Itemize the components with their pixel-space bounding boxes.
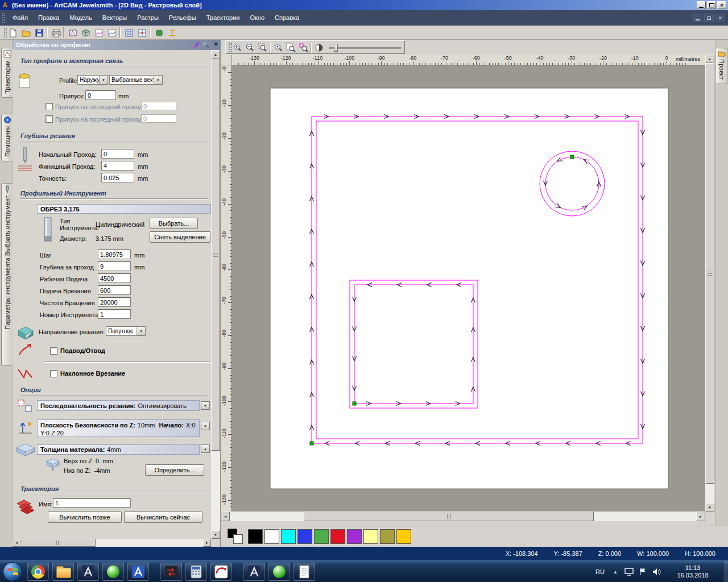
calculate-later-button[interactable]: Вычислить позже [48,512,122,523]
tool-number-input[interactable] [98,309,131,319]
snap-grid-icon[interactable] [136,27,148,39]
profile-side-dropdown[interactable]: Наружу▼ [77,75,108,85]
menu-item-4[interactable]: Растры [132,10,164,26]
tab-tool-parameters[interactable]: Параметры инструмента Выбрать инструмент [1,183,13,366]
assistant-feather-icon[interactable] [192,41,200,50]
start-button[interactable] [3,562,22,581]
language-indicator[interactable]: RU [592,561,609,582]
tab-assistant[interactable]: Помощник [1,114,13,161]
select-tool-button[interactable]: Выбрать... [150,218,198,229]
chrome-taskbar-icon[interactable] [27,563,49,581]
view-hscroll-thumb[interactable] [304,512,594,521]
primary-secondary-colors[interactable] [228,529,245,544]
explorer-taskbar-icon[interactable] [52,563,74,581]
zoom-100-icon[interactable] [272,42,284,53]
view-vscroll-thumb[interactable] [705,63,714,484]
palette-swatch-0[interactable] [248,529,263,544]
model-canvas[interactable] [232,65,705,512]
scroll-up-icon[interactable]: ▲ [705,55,714,63]
tab-project[interactable]: Проект [716,48,727,84]
vector-selection-dropdown[interactable]: Выбранные вектора▼ [109,75,163,85]
deselect-tool-button[interactable]: Снять выделение [150,231,210,243]
zoom-fit-icon[interactable] [285,42,296,53]
solidworks-taskbar-icon[interactable] [210,563,232,581]
palette-swatch-4[interactable] [314,529,329,544]
menu-item-5[interactable]: Рельефы [164,10,201,26]
calculator-taskbar-icon[interactable] [185,563,207,581]
zoom-window-icon[interactable] [257,42,268,53]
finish-depth-input[interactable] [101,161,134,171]
step-input[interactable] [98,250,131,259]
taskbar-clock[interactable]: 11:13 16.03.2018 [667,561,719,582]
feed-rate-input[interactable] [98,273,131,283]
hidden-icons-chevron[interactable]: ▲ [611,561,620,582]
view-2d-icon[interactable] [67,27,79,39]
allowance-input[interactable] [85,90,116,100]
menu-item-1[interactable]: Правка [33,10,64,26]
show-desktop-button[interactable] [723,561,728,582]
safe-z-expand-button[interactable]: ▼ [201,422,210,430]
tolerance-input[interactable] [101,173,134,182]
calculate-now-button[interactable]: Вычислить сейчас [124,512,202,523]
panel-hscroll-thumb[interactable] [20,539,96,547]
palette-swatch-8[interactable] [380,529,395,544]
scroll-down-icon[interactable]: ▼ [211,530,220,539]
vector-layer-icon[interactable] [106,27,118,39]
palette-swatch-2[interactable] [281,529,296,544]
open-model-icon[interactable] [20,27,32,39]
mdi-restore-button[interactable] [704,14,714,22]
menu-item-8[interactable]: Справка [270,10,304,26]
ramp-checkbox[interactable] [50,370,57,377]
palette-swatch-7[interactable] [363,529,378,544]
spectrum-chip-icon[interactable] [153,27,166,39]
palette-swatch-6[interactable] [347,529,362,544]
palette-swatch-5[interactable] [330,529,345,544]
artcam-taskbar-icon[interactable] [243,563,265,581]
define-material-button[interactable]: Определить... [145,464,204,476]
start-point-marker[interactable] [570,155,574,159]
toolpath-name-input[interactable] [53,498,131,508]
view-3d-icon[interactable] [80,27,92,39]
start-depth-input[interactable] [101,149,134,159]
sphere-taskbar-icon[interactable] [268,563,290,581]
maximize-button[interactable] [707,1,716,9]
material-collapse-button[interactable]: ▲ [201,444,210,453]
volume-icon[interactable] [651,561,662,582]
sphere-taskbar-icon[interactable] [102,563,124,581]
tab-toolpaths[interactable]: Траектории [1,48,13,98]
menu-item-7[interactable]: Окно [245,10,270,26]
close-button[interactable]: ✕ [717,1,726,9]
final-pass-2-input[interactable] [141,114,176,123]
zoom-out-icon[interactable] [244,42,255,53]
start-point-marker[interactable] [310,442,313,445]
final-pass-1-checkbox[interactable] [46,103,53,110]
transfer-taskbar-icon[interactable] [160,563,182,581]
text-editor-taskbar-icon[interactable] [293,563,315,581]
panel-vscroll-thumb[interactable] [211,59,220,451]
pass-depth-input[interactable] [98,261,131,271]
pin-icon[interactable] [202,41,210,50]
scroll-right-icon[interactable]: ► [203,539,211,547]
opacity-slider-thumb[interactable] [334,44,338,52]
scales-icon[interactable] [166,27,179,39]
scroll-down-icon[interactable]: ▼ [705,503,714,512]
model-viewport[interactable] [232,65,705,512]
mdi-minimize-button[interactable] [693,14,702,22]
mdi-close-button[interactable]: ✕ [715,14,725,22]
artcam-taskbar-icon[interactable] [77,563,99,581]
contrast-icon[interactable] [313,42,325,53]
start-point-marker[interactable] [353,402,356,405]
grid-icon[interactable] [123,27,135,39]
action-center-flag-icon[interactable] [637,561,648,582]
menu-item-3[interactable]: Векторы [97,10,132,26]
cut-direction-dropdown[interactable]: Попутное▼ [106,326,146,336]
plunge-rate-input[interactable] [98,285,131,295]
spindle-speed-input[interactable] [98,297,131,307]
new-model-icon[interactable] [7,27,19,39]
panel-close-icon[interactable]: ✕ [214,41,218,47]
artcam-blue-taskbar-icon[interactable] [127,563,149,581]
save-model-icon[interactable] [33,27,46,39]
opacity-slider-track[interactable] [329,47,401,49]
palette-swatch-9[interactable] [396,529,411,544]
lead-checkbox[interactable] [50,347,57,355]
